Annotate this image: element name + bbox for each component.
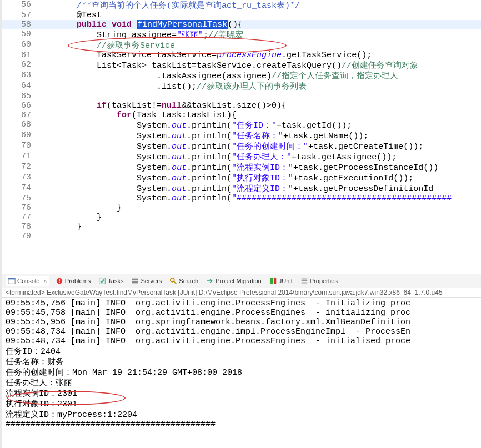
code-text[interactable]: if(taskList!=null&&taskList.size()>0){ (37, 101, 481, 110)
line-number: 78 (2, 222, 37, 231)
code-editor[interactable]: 56 /**查询当前的个人任务(实际就是查询act_ru_task表)*/57 … (2, 0, 481, 274)
code-text[interactable]: .list();//获取该办理人下的事务列表 (37, 81, 481, 92)
line-number: 72 (2, 162, 37, 172)
code-text[interactable]: } (37, 213, 481, 222)
code-line[interactable]: 77 } (2, 213, 481, 222)
code-text[interactable]: for(Task task:taskList){ (37, 110, 481, 120)
tab-label: Tasks (108, 278, 123, 284)
view-tab-search[interactable]: Search (168, 276, 200, 285)
console-icon (8, 277, 16, 285)
line-number: 77 (2, 213, 37, 222)
line-number: 61 (2, 51, 37, 60)
code-text[interactable]: System.out.println("####################… (37, 194, 481, 203)
tab-label: Problems (65, 278, 91, 284)
code-line[interactable]: 79 (2, 231, 481, 241)
line-number: 76 (2, 203, 37, 213)
code-line[interactable]: 78 } (2, 222, 481, 231)
code-line[interactable]: 57 @Test (2, 11, 481, 20)
svg-rect-4 (59, 282, 60, 283)
code-text[interactable]: TaskService taskService=processEngine.ge… (37, 51, 481, 60)
svg-rect-7 (132, 281, 138, 284)
code-line[interactable]: 62 List<Task> taskList=taskService.creat… (2, 60, 481, 71)
line-number: 68 (2, 120, 37, 129)
line-number: 57 (2, 11, 37, 20)
code-text[interactable]: System.out.println("任务ID："+task.getId())… (37, 120, 481, 130)
line-number: 70 (2, 141, 37, 150)
code-line[interactable]: 73 System.out.println("执行对象ID："+task.get… (2, 173, 481, 183)
line-number: 65 (2, 92, 37, 101)
code-text[interactable]: System.out.println("流程实例ID："+task.getPro… (37, 162, 481, 173)
code-line[interactable]: 75 System.out.println("#################… (2, 194, 481, 203)
problems-icon (56, 277, 63, 285)
view-tab-properties[interactable]: Properties (299, 276, 339, 285)
view-tab-console[interactable]: Console× (6, 276, 49, 286)
console-output[interactable]: 09:55:45,756 [main] INFO org.activiti.en… (2, 298, 481, 430)
svg-rect-12 (302, 279, 308, 280)
code-text[interactable]: System.out.println("流程定义ID："+task.getPro… (37, 183, 481, 194)
code-line[interactable]: 60 //获取事务Service (2, 40, 481, 51)
code-text[interactable]: .taskAssignee(assignee)//指定个人任务查询，指定办理人 (37, 71, 481, 81)
code-line[interactable]: 70 System.out.println("任务的创建时间："+task.ge… (2, 141, 481, 152)
junit-icon (269, 277, 277, 285)
line-number: 75 (2, 194, 37, 203)
code-text[interactable]: } (37, 222, 481, 231)
svg-rect-11 (274, 278, 276, 284)
svg-rect-3 (59, 279, 60, 281)
code-line[interactable]: 64 .list();//获取该办理人下的事务列表 (2, 81, 481, 92)
view-tab-servers[interactable]: Servers (129, 276, 163, 285)
code-text[interactable]: String assignee="张丽";//姜晓宏 (37, 29, 481, 40)
code-text[interactable]: System.out.println("任务办理人："+task.getAssi… (37, 152, 481, 162)
code-text[interactable]: System.out.println("任务名称："+task.getName(… (37, 130, 481, 141)
code-text[interactable]: @Test (37, 11, 481, 20)
code-line[interactable]: 56 /**查询当前的个人任务(实际就是查询act_ru_task表)*/ (2, 0, 481, 11)
line-number: 63 (2, 71, 37, 80)
code-line[interactable]: 65 (2, 92, 481, 101)
code-text[interactable]: List<Task> taskList=taskService.createTa… (37, 60, 481, 71)
tab-label: JUnit (279, 278, 293, 284)
view-tab-junit[interactable]: JUnit (268, 276, 294, 285)
code-line[interactable]: 59 String assignee="张丽";//姜晓宏 (2, 29, 481, 40)
line-number: 73 (2, 173, 37, 182)
view-tab-problems[interactable]: Problems (54, 276, 92, 285)
line-number: 58 (2, 20, 37, 29)
line-number: 69 (2, 130, 37, 140)
code-text[interactable]: //获取事务Service (37, 40, 481, 51)
line-number: 62 (2, 60, 37, 69)
tab-label: Search (179, 278, 198, 284)
svg-rect-1 (8, 278, 15, 280)
code-line[interactable]: 58 public void findMyPersonalTask(){ (2, 20, 481, 29)
view-tab-tasks[interactable]: Tasks (97, 276, 125, 285)
code-line[interactable]: 67 for(Task task:taskList){ (2, 110, 481, 120)
code-line[interactable]: 71 System.out.println("任务办理人："+task.getA… (2, 152, 481, 162)
code-text[interactable]: } (37, 203, 481, 213)
properties-icon (300, 277, 308, 285)
code-text[interactable]: System.out.println("任务的创建时间："+task.getCr… (37, 141, 481, 152)
line-number: 67 (2, 110, 37, 120)
code-line[interactable]: 63 .taskAssignee(assignee)//指定个人任务查询，指定办… (2, 71, 481, 81)
code-line[interactable]: 74 System.out.println("流程定义ID："+task.get… (2, 183, 481, 194)
code-line[interactable]: 61 TaskService taskService=processEngine… (2, 51, 481, 60)
svg-rect-6 (132, 279, 138, 281)
migration-icon (206, 277, 214, 285)
code-line[interactable]: 72 System.out.println("流程实例ID："+task.get… (2, 162, 481, 173)
svg-rect-5 (99, 278, 106, 284)
code-line[interactable]: 68 System.out.println("任务ID："+task.getId… (2, 120, 481, 130)
code-text[interactable]: System.out.println("执行对象ID："+task.getExe… (37, 173, 481, 183)
code-line[interactable]: 69 System.out.println("任务名称："+task.getNa… (2, 130, 481, 141)
code-line[interactable]: 66 if(taskList!=null&&taskList.size()>0)… (2, 101, 481, 110)
tab-label: Project Migration (216, 278, 262, 284)
code-text[interactable]: /**查询当前的个人任务(实际就是查询act_ru_task表)*/ (37, 0, 481, 11)
view-tab-project-migration[interactable]: Project Migration (204, 276, 263, 285)
svg-rect-14 (302, 283, 308, 284)
svg-line-9 (174, 281, 176, 284)
svg-point-8 (171, 278, 174, 282)
console-status: <terminated> ExclusiveGateWayTest.findMy… (2, 288, 481, 298)
code-line[interactable]: 76 } (2, 203, 481, 213)
line-number: 79 (2, 231, 37, 241)
code-text[interactable]: public void findMyPersonalTask(){ (37, 20, 481, 29)
servers-icon (131, 277, 139, 285)
close-icon[interactable]: × (43, 278, 47, 284)
code-text[interactable] (37, 92, 481, 101)
line-number: 74 (2, 183, 37, 193)
svg-rect-10 (270, 278, 272, 284)
